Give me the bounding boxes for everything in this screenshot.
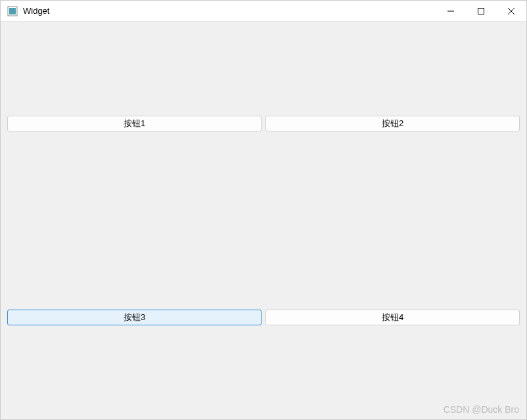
application-window: Widget 按钮1 按钮2 按钮3 按钮4 — [0, 0, 527, 420]
window-controls — [436, 1, 526, 21]
maximize-icon — [478, 8, 484, 14]
close-button[interactable] — [496, 1, 526, 21]
button-4[interactable]: 按钮4 — [265, 310, 520, 325]
minimize-icon — [447, 8, 454, 14]
maximize-button[interactable] — [466, 1, 496, 21]
app-icon — [7, 6, 18, 16]
minimize-button[interactable] — [436, 1, 466, 21]
titlebar: Widget — [1, 1, 526, 22]
close-icon — [508, 8, 515, 14]
svg-rect-3 — [478, 8, 484, 14]
button-1[interactable]: 按钮1 — [7, 116, 262, 131]
client-area: 按钮1 按钮2 按钮3 按钮4 — [1, 22, 526, 419]
window-title: Widget — [23, 6, 436, 16]
svg-rect-1 — [9, 8, 16, 14]
button-3[interactable]: 按钮3 — [7, 310, 262, 325]
button-2[interactable]: 按钮2 — [265, 116, 520, 131]
